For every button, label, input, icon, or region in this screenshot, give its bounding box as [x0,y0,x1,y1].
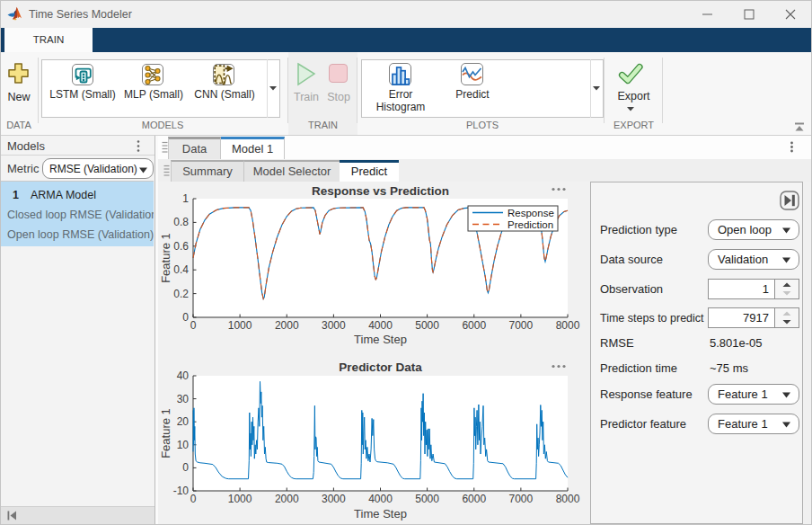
svg-text:2000: 2000 [275,493,299,505]
svg-text:0.2: 0.2 [173,288,189,300]
svg-text:0: 0 [182,311,189,324]
svg-text:Response: Response [508,208,554,218]
svg-text:1000: 1000 [228,493,252,505]
svg-text:Feature 1: Feature 1 [159,233,172,283]
svg-text:7000: 7000 [509,319,534,332]
svg-text:Response vs Prediction: Response vs Prediction [312,184,449,198]
svg-text:Time Step: Time Step [354,333,407,346]
svg-text:3000: 3000 [322,319,346,332]
svg-text:0.6: 0.6 [173,240,189,253]
svg-text:4000: 4000 [368,493,393,505]
svg-text:0.4: 0.4 [173,263,189,276]
svg-text:0: 0 [182,461,189,474]
svg-text:6000: 6000 [462,319,486,332]
svg-text:20: 20 [177,415,190,428]
svg-text:30: 30 [177,393,190,405]
svg-text:Prediction: Prediction [508,219,553,230]
svg-text:1000: 1000 [228,319,252,332]
svg-text:4000: 4000 [368,319,393,332]
svg-text:7000: 7000 [509,493,534,505]
svg-text:Predictor Data: Predictor Data [339,360,422,374]
svg-text:5000: 5000 [415,319,439,332]
svg-text:3000: 3000 [322,493,346,505]
svg-text:0.8: 0.8 [173,216,189,228]
svg-text:-10: -10 [173,485,190,497]
svg-text:10: 10 [177,439,190,451]
svg-text:40: 40 [177,369,190,382]
svg-text:5000: 5000 [415,493,439,505]
svg-text:0: 0 [190,493,197,505]
svg-text:2000: 2000 [275,319,299,332]
svg-text:Feature 1: Feature 1 [159,408,172,458]
svg-text:8000: 8000 [556,319,580,332]
svg-text:6000: 6000 [462,493,486,505]
svg-text:Time Step: Time Step [354,507,407,521]
svg-text:1: 1 [182,192,189,205]
svg-text:8000: 8000 [556,493,580,505]
svg-text:0: 0 [190,319,197,332]
